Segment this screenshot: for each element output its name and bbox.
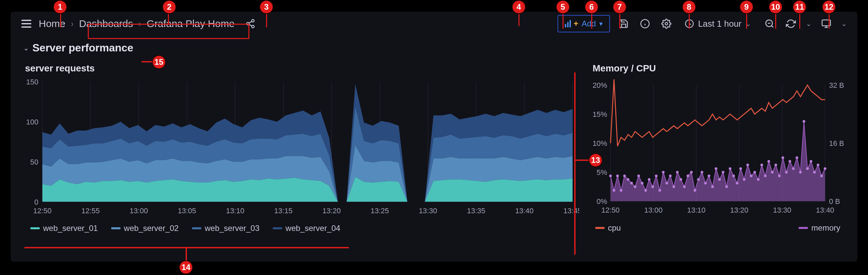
svg-point-64 — [658, 189, 661, 191]
annotation-line — [562, 14, 563, 29]
panel-title: server requests — [19, 60, 579, 79]
svg-point-50 — [609, 175, 612, 177]
svg-point-111 — [824, 167, 826, 170]
area-chart: 05010015012:5012:5513:0013:0513:1013:151… — [19, 79, 579, 222]
svg-point-58 — [637, 175, 640, 177]
svg-text:0 B: 0 B — [829, 197, 840, 206]
legend-item[interactable]: web_server_04 — [273, 223, 340, 233]
svg-text:12:55: 12:55 — [82, 207, 100, 215]
legend: cpu memory — [587, 221, 849, 233]
svg-text:50: 50 — [30, 158, 38, 166]
legend-item[interactable]: web_server_02 — [111, 223, 179, 233]
chevron-down-icon: ⌄ — [23, 44, 29, 52]
svg-text:12:50: 12:50 — [33, 207, 52, 215]
svg-point-107 — [810, 160, 812, 162]
tv-mode-icon[interactable] — [818, 16, 834, 31]
svg-point-94 — [764, 175, 767, 177]
svg-text:13:05: 13:05 — [178, 207, 196, 215]
svg-point-83 — [725, 186, 728, 188]
legend-item[interactable]: web_server_01 — [30, 223, 98, 233]
svg-text:13:00: 13:00 — [129, 207, 148, 215]
svg-point-93 — [761, 163, 763, 166]
annotation-line — [689, 14, 690, 29]
callout-15: 15 — [152, 55, 166, 69]
callout-5: 5 — [556, 0, 570, 14]
panel-memory-cpu[interactable]: Memory / CPU 0%5%10%15%20%0 B16 B32 B12:… — [586, 59, 849, 240]
legend-label: web_server_01 — [43, 223, 98, 233]
svg-point-99 — [781, 156, 784, 159]
svg-point-97 — [775, 163, 777, 166]
add-button-label: Add — [582, 19, 596, 28]
svg-point-79 — [711, 186, 714, 188]
svg-text:13:10: 13:10 — [226, 207, 244, 215]
svg-point-54 — [623, 175, 626, 177]
legend-item[interactable]: cpu — [595, 223, 621, 233]
svg-text:100: 100 — [26, 118, 38, 126]
chevron-down-icon: ▾ — [599, 20, 602, 28]
svg-point-78 — [708, 175, 710, 177]
time-range-picker[interactable]: Last 1 hour ⌄ — [680, 16, 756, 32]
annotation-line — [591, 14, 592, 29]
add-button[interactable]: + Add ▾ — [558, 15, 610, 32]
svg-point-8 — [665, 22, 668, 25]
svg-point-60 — [644, 189, 647, 191]
svg-point-0 — [251, 20, 254, 22]
callout-3: 3 — [259, 0, 273, 14]
callout-12: 12 — [822, 0, 836, 14]
svg-point-67 — [669, 175, 672, 177]
svg-point-91 — [753, 171, 756, 174]
svg-text:13:10: 13:10 — [687, 206, 705, 214]
annotation-line — [519, 14, 520, 26]
breadcrumb-home[interactable]: Home — [39, 18, 65, 29]
svg-text:20%: 20% — [593, 81, 607, 89]
svg-point-102 — [792, 167, 795, 170]
svg-point-100 — [785, 171, 787, 174]
annotation-line — [746, 14, 747, 29]
annotation-line — [574, 72, 576, 255]
save-icon[interactable] — [616, 16, 631, 31]
svg-text:13:45: 13:45 — [563, 207, 579, 215]
svg-point-52 — [616, 175, 619, 177]
svg-point-90 — [750, 175, 752, 177]
svg-point-53 — [620, 189, 622, 191]
svg-point-65 — [662, 171, 665, 174]
annotation-line — [574, 159, 590, 161]
refresh-icon[interactable] — [783, 16, 799, 31]
row-title: Server performance — [32, 42, 133, 54]
annotation-line — [168, 14, 169, 24]
legend-item[interactable]: memory — [799, 223, 840, 233]
legend-label: memory — [811, 223, 840, 233]
legend-item[interactable]: web_server_03 — [192, 223, 259, 233]
svg-point-92 — [757, 178, 760, 181]
svg-line-3 — [249, 21, 252, 23]
callout-1: 1 — [53, 0, 67, 14]
svg-point-56 — [630, 182, 633, 185]
panel-server-requests[interactable]: server requests 05010015012:5012:5513:00… — [19, 59, 580, 240]
menu-icon[interactable] — [20, 17, 33, 30]
app-frame: Home › Dashboards › Grafana Play Home + … — [11, 12, 857, 262]
svg-point-62 — [651, 186, 654, 188]
svg-point-95 — [768, 160, 770, 162]
legend-label: web_server_04 — [285, 223, 340, 233]
panel-icon — [565, 20, 571, 27]
callout-10: 10 — [769, 0, 782, 14]
svg-point-61 — [648, 178, 651, 181]
gear-icon[interactable] — [659, 16, 674, 31]
svg-text:0%: 0% — [597, 197, 607, 206]
svg-point-110 — [820, 175, 823, 177]
svg-point-72 — [686, 175, 689, 177]
svg-text:16 B: 16 B — [829, 139, 844, 148]
svg-text:150: 150 — [26, 79, 38, 86]
annotation-line — [60, 14, 61, 27]
info-icon[interactable] — [637, 16, 653, 31]
svg-point-51 — [613, 189, 615, 191]
legend-label: web_server_02 — [124, 223, 179, 233]
svg-line-11 — [772, 26, 773, 27]
callout-14: 14 — [179, 260, 193, 274]
callout-11: 11 — [793, 0, 807, 14]
refresh-interval-chevron-icon[interactable]: ⌄ — [805, 20, 813, 28]
tv-mode-chevron-icon[interactable]: ⌄ — [840, 20, 848, 28]
svg-text:10%: 10% — [593, 139, 607, 148]
svg-text:13:00: 13:00 — [644, 206, 663, 214]
svg-point-84 — [729, 167, 732, 170]
